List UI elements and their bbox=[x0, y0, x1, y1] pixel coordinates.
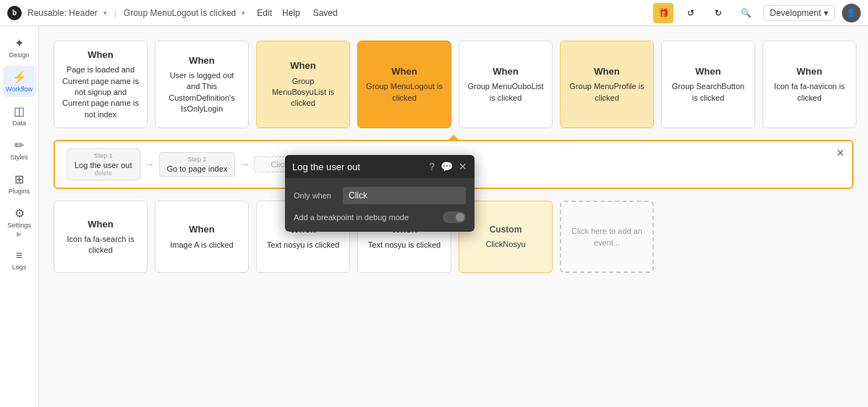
step-label-2: Go to page index bbox=[167, 164, 228, 173]
event-card-menu-bosyu[interactable]: When Group MenuBosyuList is clicked bbox=[256, 41, 350, 128]
when-label-2: When bbox=[189, 54, 214, 67]
sidebar-item-plugins[interactable]: ⊞ Plugins bbox=[3, 168, 36, 199]
event-card-navicon[interactable]: When Icon fa fa-navicon is clicked bbox=[762, 41, 856, 128]
event-card-search-button[interactable]: When Group SearchButton is clicked bbox=[661, 41, 755, 128]
sidebar: ✦ Design ⚡ Workflow ◫ Data ✏ Styles ⊞ Pl… bbox=[0, 26, 39, 407]
settings-icon: ⚙ bbox=[14, 206, 25, 220]
environment-dropdown[interactable]: Development ▾ bbox=[763, 5, 835, 21]
popup-debug-label: Add a breakpoint in debug mode bbox=[294, 213, 409, 222]
popup-toggle-knob bbox=[456, 213, 464, 222]
design-icon: ✦ bbox=[14, 36, 24, 50]
sidebar-item-settings[interactable]: ⚙ Settings ▶ bbox=[3, 202, 36, 242]
event-desc-r2: Image A is clicked bbox=[170, 240, 233, 251]
popup-header-icons: ? 💬 ✕ bbox=[429, 161, 467, 172]
event-card-image-a[interactable]: When Image A is clicked bbox=[155, 201, 249, 273]
redo-icon: ↻ bbox=[715, 8, 722, 18]
step-num-1: Step 1 bbox=[75, 152, 132, 159]
when-label-8: When bbox=[796, 65, 822, 78]
sidebar-item-workflow[interactable]: ⚡ Workflow bbox=[3, 66, 36, 97]
gift-icon: 🎁 bbox=[658, 8, 669, 18]
events-row-1: When Page is loaded and Current page nam… bbox=[54, 41, 854, 128]
workflow-step-2: Step 2 Go to page index bbox=[159, 152, 236, 177]
popup-only-when-input[interactable] bbox=[343, 187, 466, 204]
add-event-card[interactable]: Click here to add an event... bbox=[560, 201, 654, 273]
sidebar-item-data[interactable]: ◫ Data bbox=[3, 100, 36, 131]
saved-status: Saved bbox=[313, 8, 338, 18]
step-box-1[interactable]: Step 1 Log the user out delete bbox=[67, 148, 140, 180]
event-desc-2: User is logged out and This CustomDefini… bbox=[163, 70, 241, 115]
when-label-r1: When bbox=[88, 218, 113, 231]
sidebar-item-logs[interactable]: ≡ Logs bbox=[3, 245, 36, 275]
event-desc-1: Page is loaded and Current page name is … bbox=[61, 64, 140, 120]
reusable-title: Reusable: Header bbox=[27, 8, 98, 18]
sidebar-item-styles[interactable]: ✏ Styles bbox=[3, 134, 36, 165]
popup-log-user-out: Log the user out ? 💬 ✕ Only when Add a b… bbox=[285, 155, 475, 232]
popup-debug-row: Add a breakpoint in debug mode bbox=[294, 211, 466, 223]
undo-icon-btn[interactable]: ↺ bbox=[681, 3, 701, 23]
event-card-fa-search[interactable]: When Icon fa fa-search is clicked bbox=[54, 201, 148, 273]
step-arrow-1: → bbox=[145, 159, 155, 170]
gift-icon-btn[interactable]: 🎁 bbox=[653, 3, 673, 23]
active-flow-label: Group MenuLogout is clicked bbox=[124, 8, 236, 18]
edit-menu[interactable]: Edit bbox=[257, 8, 272, 18]
sidebar-item-design[interactable]: ✦ Design bbox=[3, 32, 36, 63]
popup-header: Log the user out ? 💬 ✕ bbox=[285, 155, 475, 178]
when-label-r2: When bbox=[189, 223, 214, 236]
environment-label: Development bbox=[770, 8, 821, 18]
title-dropdown-arrow[interactable]: ▾ bbox=[103, 9, 107, 17]
search-icon-btn[interactable]: 🔍 bbox=[736, 3, 756, 23]
user-avatar[interactable]: 👤 bbox=[842, 4, 861, 22]
event-desc-r1: Icon fa fa-search is clicked bbox=[61, 234, 140, 256]
event-card-menu-logout[interactable]: When Group MenuLogout is clicked bbox=[357, 41, 451, 128]
event-desc-8: Icon fa fa-navicon is clicked bbox=[770, 81, 848, 104]
styles-icon: ✏ bbox=[14, 138, 24, 152]
topbar-right: 🎁 ↺ ↻ 🔍 Development ▾ 👤 bbox=[653, 3, 861, 23]
topbar-nav: Edit Help Saved bbox=[257, 8, 337, 18]
event-card-page-loaded[interactable]: When Page is loaded and Current page nam… bbox=[54, 41, 148, 128]
popup-body: Only when Add a breakpoint in debug mode bbox=[285, 178, 475, 232]
event-card-user-logged-out[interactable]: When User is logged out and This CustomD… bbox=[155, 41, 249, 128]
env-arrow: ▾ bbox=[824, 8, 828, 18]
when-label-5: When bbox=[493, 65, 518, 78]
event-desc-3: Group MenuBosyuList is clicked bbox=[264, 76, 342, 109]
event-desc-r3: Text nosyu is clicked bbox=[267, 240, 339, 251]
workflow-close-btn[interactable]: ✕ bbox=[836, 147, 845, 159]
event-desc-7: Group SearchButton is clicked bbox=[669, 81, 747, 104]
custom-card-label: Custom bbox=[490, 224, 522, 236]
workflow-step-1: Step 1 Log the user out delete bbox=[67, 148, 140, 180]
custom-card-desc: ClickNosyu bbox=[485, 239, 525, 250]
when-label-3: When bbox=[290, 59, 315, 72]
redo-icon-btn[interactable]: ↻ bbox=[708, 3, 728, 23]
event-card-menu-oubo[interactable]: When Group MenuOuboList is clicked bbox=[459, 41, 553, 128]
when-label-1: When bbox=[88, 49, 113, 62]
event-card-menu-profile[interactable]: When Group MenuProfile is clicked bbox=[560, 41, 654, 128]
event-desc-r4: Text nosyu is clicked bbox=[368, 240, 441, 251]
scroll-indicator bbox=[448, 135, 459, 140]
when-label-7: When bbox=[695, 65, 720, 78]
search-icon: 🔍 bbox=[741, 8, 752, 18]
popup-close-icon[interactable]: ✕ bbox=[459, 161, 467, 172]
step-num-2: Step 2 bbox=[167, 156, 228, 163]
undo-icon: ↺ bbox=[687, 8, 694, 18]
workflow-icon: ⚡ bbox=[12, 70, 27, 84]
settings-arrow: ▶ bbox=[17, 230, 22, 238]
topbar: b Reusable: Header ▾ | Group MenuLogout … bbox=[0, 0, 868, 26]
main-content: When Page is loaded and Current page nam… bbox=[39, 26, 868, 407]
add-event-label: Click here to add an event... bbox=[569, 225, 645, 249]
step-box-2[interactable]: Step 2 Go to page index bbox=[159, 152, 236, 177]
event-desc-4: Group MenuLogout is clicked bbox=[365, 81, 443, 104]
app-logo: b bbox=[7, 6, 22, 20]
popup-only-when-label: Only when bbox=[294, 191, 337, 200]
event-desc-5: Group MenuOuboList is clicked bbox=[467, 81, 545, 104]
popup-chat-icon[interactable]: 💬 bbox=[441, 161, 453, 172]
popup-only-when-row: Only when bbox=[294, 187, 466, 204]
popup-help-icon[interactable]: ? bbox=[429, 161, 435, 172]
flow-dropdown-arrow[interactable]: ▾ bbox=[242, 9, 245, 17]
app-layout: ✦ Design ⚡ Workflow ◫ Data ✏ Styles ⊞ Pl… bbox=[0, 26, 868, 407]
step-delete-1[interactable]: delete bbox=[75, 169, 132, 177]
popup-title: Log the user out bbox=[292, 161, 360, 172]
help-menu[interactable]: Help bbox=[282, 8, 300, 18]
popup-debug-toggle[interactable] bbox=[443, 211, 466, 223]
logs-icon: ≡ bbox=[16, 249, 22, 262]
plugins-icon: ⊞ bbox=[14, 172, 24, 186]
